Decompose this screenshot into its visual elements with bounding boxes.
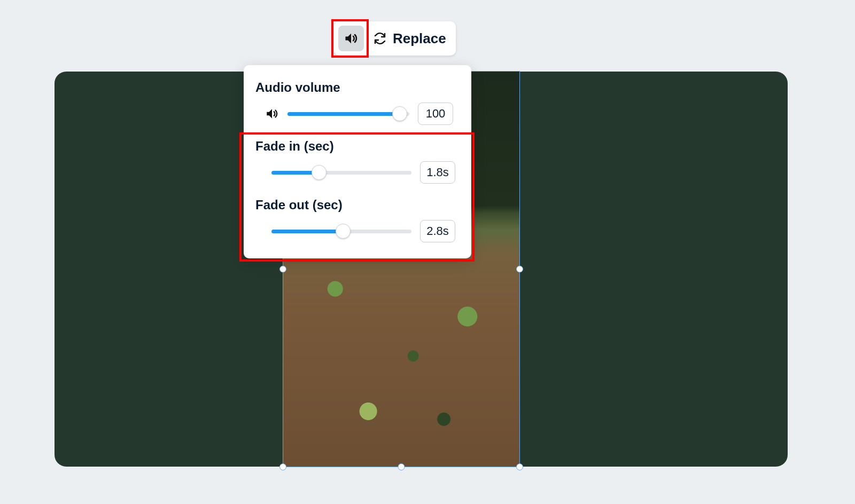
svg-marker-0	[346, 34, 352, 44]
resize-handle-bottom-right[interactable]	[516, 463, 523, 470]
fade-out-slider[interactable]	[271, 224, 411, 239]
resize-handle-bottom-left[interactable]	[279, 463, 286, 470]
fade-in-section: Fade in (sec) 1.8s	[255, 139, 460, 184]
audio-volume-slider[interactable]	[287, 106, 409, 121]
audio-settings-button[interactable]	[338, 26, 364, 51]
audio-volume-title: Audio volume	[255, 80, 460, 95]
replace-button[interactable]: Replace	[374, 30, 446, 47]
replace-label: Replace	[393, 30, 446, 47]
refresh-icon	[374, 32, 386, 45]
audio-volume-section: Audio volume 100	[255, 80, 460, 125]
volume-icon	[344, 31, 359, 46]
fade-out-value[interactable]: 2.8s	[420, 220, 455, 242]
resize-handle-bottom[interactable]	[398, 463, 405, 470]
fade-out-title: Fade out (sec)	[255, 198, 460, 212]
svg-marker-1	[267, 109, 272, 118]
context-toolbar: Replace	[334, 21, 456, 56]
volume-icon	[265, 107, 279, 121]
audio-settings-panel: Audio volume 100 Fade in (sec) 1.8s Fade	[244, 65, 471, 258]
resize-handle-right[interactable]	[516, 266, 523, 273]
fade-in-title: Fade in (sec)	[255, 139, 460, 154]
resize-handle-left[interactable]	[279, 266, 286, 273]
audio-volume-value[interactable]: 100	[418, 103, 453, 125]
fade-in-value[interactable]: 1.8s	[420, 161, 455, 184]
fade-in-slider[interactable]	[271, 165, 411, 180]
fade-out-section: Fade out (sec) 2.8s	[255, 198, 460, 242]
